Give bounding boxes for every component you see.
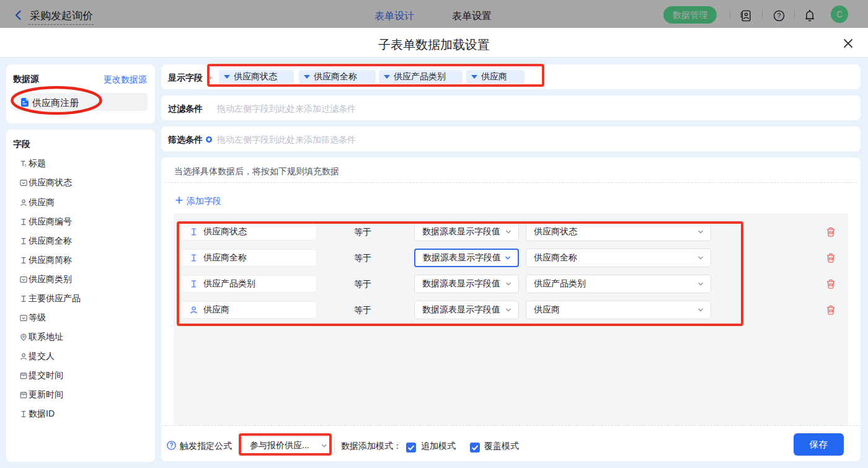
- svg-text:?: ?: [169, 442, 173, 449]
- svg-text:7: 7: [23, 394, 25, 397]
- svg-text:7: 7: [23, 374, 25, 378]
